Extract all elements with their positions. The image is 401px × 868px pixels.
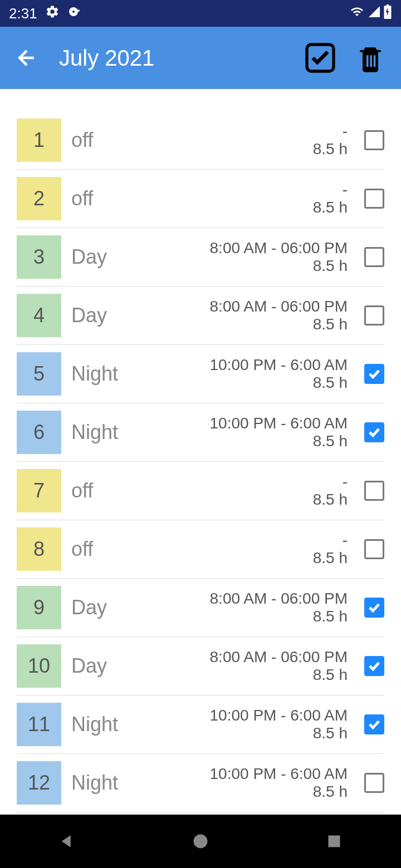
time-column: - 8.5 h bbox=[313, 122, 359, 158]
disc-icon bbox=[67, 5, 81, 22]
duration: 8.5 h bbox=[210, 315, 348, 333]
duration: 8.5 h bbox=[210, 666, 348, 684]
duration: 8.5 h bbox=[210, 608, 348, 625]
row-checkbox[interactable] bbox=[364, 481, 384, 501]
duration: 8.5 h bbox=[313, 140, 348, 158]
time-column: 8:00 AM - 06:00 PM 8.5 h bbox=[210, 590, 359, 625]
nav-home-button[interactable] bbox=[189, 830, 212, 852]
app-bar: July 2021 bbox=[0, 27, 401, 89]
day-badge: 1 bbox=[17, 119, 61, 162]
time-range: - bbox=[313, 122, 348, 140]
shift-row[interactable]: 11 Night 10:00 PM - 6:00 AM 8.5 h bbox=[17, 696, 384, 754]
day-badge: 10 bbox=[17, 644, 61, 688]
shift-row[interactable]: 9 Day 8:00 AM - 06:00 PM 8.5 h bbox=[17, 579, 384, 637]
shift-row[interactable]: 4 Day 8:00 AM - 06:00 PM 8.5 h bbox=[17, 287, 384, 345]
shift-label: off bbox=[71, 129, 138, 152]
back-button[interactable] bbox=[11, 42, 42, 73]
time-range: - bbox=[313, 473, 348, 491]
row-checkbox[interactable] bbox=[364, 364, 384, 384]
nav-back-button[interactable] bbox=[56, 830, 78, 852]
day-badge: 7 bbox=[17, 469, 61, 512]
day-badge: 2 bbox=[17, 177, 61, 220]
duration: 8.5 h bbox=[313, 549, 348, 567]
svg-point-4 bbox=[194, 835, 208, 849]
time-range: 8:00 AM - 06:00 PM bbox=[210, 590, 348, 608]
time-column: 10:00 PM - 6:00 AM 8.5 h bbox=[210, 707, 359, 742]
time-range: 8:00 AM - 06:00 PM bbox=[210, 298, 348, 315]
row-checkbox[interactable] bbox=[364, 189, 384, 209]
duration: 8.5 h bbox=[210, 432, 348, 450]
day-badge: 6 bbox=[17, 411, 61, 454]
shift-label: off bbox=[71, 479, 138, 502]
duration: 8.5 h bbox=[313, 199, 348, 216]
time-range: - bbox=[313, 531, 348, 549]
shift-label: Day bbox=[71, 654, 138, 678]
row-checkbox[interactable] bbox=[364, 598, 384, 618]
time-range: 8:00 AM - 06:00 PM bbox=[210, 648, 348, 666]
shift-label: Night bbox=[71, 362, 138, 386]
time-column: 8:00 AM - 06:00 PM 8.5 h bbox=[210, 239, 359, 275]
status-time: 2:31 bbox=[9, 5, 37, 22]
row-checkbox[interactable] bbox=[364, 773, 384, 793]
day-badge: 12 bbox=[17, 761, 61, 805]
battery-icon bbox=[383, 4, 392, 23]
row-checkbox[interactable] bbox=[364, 539, 384, 559]
svg-point-2 bbox=[77, 9, 80, 12]
day-badge: 3 bbox=[17, 235, 61, 279]
signal-icon bbox=[368, 5, 381, 22]
shift-row[interactable]: 8 off - 8.5 h bbox=[17, 520, 384, 579]
shift-label: off bbox=[71, 537, 138, 561]
shift-row[interactable]: 5 Night 10:00 PM - 6:00 AM 8.5 h bbox=[17, 345, 384, 403]
select-all-button[interactable] bbox=[301, 38, 340, 77]
shift-row[interactable]: 2 off - 8.5 h bbox=[17, 170, 384, 228]
row-checkbox[interactable] bbox=[364, 247, 384, 267]
shift-label: Night bbox=[71, 713, 138, 736]
time-column: 10:00 PM - 6:00 AM 8.5 h bbox=[210, 765, 359, 801]
time-range: - bbox=[313, 181, 348, 199]
shift-list: 1 off - 8.5 h 2 off - 8.5 h 3 Day 8:00 A… bbox=[0, 89, 401, 812]
day-badge: 9 bbox=[17, 586, 61, 629]
time-range: 10:00 PM - 6:00 AM bbox=[210, 707, 348, 724]
svg-point-1 bbox=[72, 11, 75, 13]
row-checkbox[interactable] bbox=[364, 130, 384, 150]
shift-label: Day bbox=[71, 596, 138, 619]
shift-label: Night bbox=[71, 771, 138, 795]
day-badge: 8 bbox=[17, 527, 61, 571]
time-range: 8:00 AM - 06:00 PM bbox=[210, 239, 348, 257]
time-range: 10:00 PM - 6:00 AM bbox=[210, 415, 348, 432]
nav-recent-button[interactable] bbox=[323, 830, 345, 852]
settings-gear-icon bbox=[45, 4, 60, 23]
shift-label: Night bbox=[71, 421, 138, 444]
shift-row[interactable]: 7 off - 8.5 h bbox=[17, 462, 384, 520]
delete-button[interactable] bbox=[351, 38, 390, 77]
shift-label: off bbox=[71, 187, 138, 210]
page-title: July 2021 bbox=[59, 46, 290, 71]
duration: 8.5 h bbox=[210, 257, 348, 275]
shift-row[interactable]: 12 Night 10:00 PM - 6:00 AM 8.5 h bbox=[17, 754, 384, 812]
day-badge: 11 bbox=[17, 703, 61, 746]
svg-rect-5 bbox=[329, 836, 340, 847]
row-checkbox[interactable] bbox=[364, 714, 384, 734]
duration: 8.5 h bbox=[210, 374, 348, 392]
shift-row[interactable]: 10 Day 8:00 AM - 06:00 PM 8.5 h bbox=[17, 637, 384, 696]
row-checkbox[interactable] bbox=[364, 305, 384, 326]
time-column: 10:00 PM - 6:00 AM 8.5 h bbox=[210, 356, 359, 392]
time-column: 8:00 AM - 06:00 PM 8.5 h bbox=[210, 648, 359, 684]
time-column: - 8.5 h bbox=[313, 473, 359, 509]
shift-row[interactable]: 3 Day 8:00 AM - 06:00 PM 8.5 h bbox=[17, 228, 384, 287]
shift-label: Day bbox=[71, 245, 138, 269]
time-column: 10:00 PM - 6:00 AM 8.5 h bbox=[210, 415, 359, 450]
time-range: 10:00 PM - 6:00 AM bbox=[210, 765, 348, 783]
shift-row[interactable]: 6 Night 10:00 PM - 6:00 AM 8.5 h bbox=[17, 403, 384, 462]
status-bar: 2:31 bbox=[0, 0, 401, 27]
day-badge: 4 bbox=[17, 294, 61, 337]
duration: 8.5 h bbox=[210, 724, 348, 742]
row-checkbox[interactable] bbox=[364, 656, 384, 676]
time-column: - 8.5 h bbox=[313, 531, 359, 567]
row-checkbox[interactable] bbox=[364, 422, 384, 442]
shift-row[interactable]: 1 off - 8.5 h bbox=[17, 111, 384, 170]
duration: 8.5 h bbox=[313, 491, 348, 509]
duration: 8.5 h bbox=[210, 783, 348, 801]
time-range: 10:00 PM - 6:00 AM bbox=[210, 356, 348, 374]
shift-label: Day bbox=[71, 304, 138, 327]
